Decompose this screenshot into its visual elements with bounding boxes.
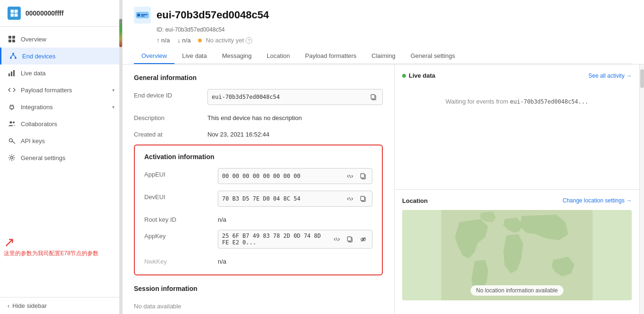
general-info-title: General information bbox=[134, 74, 383, 81]
svg-point-22 bbox=[9, 139, 13, 142]
activation-info-box: Activation information AppEUI 00 00 00 0… bbox=[134, 145, 383, 275]
toggle-visibility-app-key-button[interactable] bbox=[358, 234, 368, 244]
sidebar-item-overview[interactable]: Overview bbox=[0, 31, 122, 48]
gear-icon bbox=[8, 153, 16, 162]
code-icon bbox=[8, 86, 16, 94]
toggle-hex-app-key-button[interactable] bbox=[331, 234, 342, 244]
sidebar-header: 00000000ffff bbox=[0, 0, 122, 27]
copy-app-eui-button[interactable] bbox=[358, 171, 368, 181]
copy-end-device-id-button[interactable] bbox=[368, 92, 379, 102]
app-key-text: 25 6F B7 49 83 78 2D 0D 74 8D FE E2 0... bbox=[222, 233, 329, 246]
sidebar-item-collaborators[interactable]: Collaborators bbox=[0, 115, 122, 132]
toggle-hex-app-eui-button[interactable] bbox=[345, 171, 355, 181]
hide-sidebar-button[interactable]: ‹ Hide sidebar bbox=[0, 297, 122, 314]
field-root-key-id: Root key ID n/a bbox=[144, 213, 372, 223]
session-info-title: Session information bbox=[134, 285, 383, 292]
svg-rect-2 bbox=[11, 14, 14, 17]
device-title-row: eui-70b3d57ed0048c54 bbox=[134, 7, 633, 24]
live-data-panel: Live data See all activity → Waiting for… bbox=[395, 64, 639, 190]
sidebar-item-label: Live data bbox=[21, 70, 115, 77]
sidebar-item-label: Payload formatters bbox=[21, 87, 107, 94]
help-icon[interactable]: ? bbox=[246, 37, 252, 44]
sidebar-item-live-data[interactable]: Live data bbox=[0, 64, 122, 81]
svg-rect-0 bbox=[11, 10, 14, 13]
sidebar-item-end-devices[interactable]: End devices bbox=[0, 48, 122, 64]
live-dot-icon bbox=[402, 74, 406, 78]
tab-location[interactable]: Location bbox=[259, 48, 297, 64]
tab-claiming[interactable]: Claiming bbox=[364, 48, 403, 64]
location-title: Location bbox=[402, 197, 428, 204]
sidebar-item-general-settings[interactable]: General settings bbox=[0, 149, 122, 166]
see-all-activity-link[interactable]: See all activity → bbox=[588, 72, 632, 79]
sidebar-item-label: End devices bbox=[22, 53, 115, 60]
field-dev-eui: DevEUI 70 B3 D5 7E D0 04 8C 54 bbox=[144, 191, 372, 207]
left-panel: General information End device ID eui-70… bbox=[123, 64, 394, 314]
device-name: eui-70b3d57ed0048c54 bbox=[157, 9, 269, 21]
people-icon bbox=[8, 120, 16, 128]
field-value-description: This end device has no description bbox=[207, 112, 383, 121]
tab-overview[interactable]: Overview bbox=[134, 48, 174, 64]
field-app-key: AppKey 25 6F B7 49 83 78 2D 0D 74 8D FE … bbox=[144, 230, 372, 249]
sidebar-item-api-keys[interactable]: API keys bbox=[0, 132, 122, 149]
location-panel: Location Change location settings → bbox=[395, 190, 639, 314]
tab-payload-formatters[interactable]: Payload formatters bbox=[297, 48, 364, 64]
device-header: eui-70b3d57ed0048c54 ID: eui-70b3d57ed00… bbox=[123, 0, 644, 64]
content-area: General information End device ID eui-70… bbox=[123, 64, 644, 314]
device-id: ID: eui-70b3d57ed0048c54 bbox=[157, 26, 633, 33]
svg-rect-6 bbox=[8, 40, 11, 42]
annotation-arrow-icon: ↗ bbox=[4, 236, 99, 249]
sidebar-item-integrations[interactable]: Integrations ▾ bbox=[0, 98, 122, 115]
svg-rect-39 bbox=[347, 237, 351, 241]
main-content: eui-70b3d57ed0048c54 ID: eui-70b3d57ed00… bbox=[123, 0, 644, 314]
field-description: Description This end device has no descr… bbox=[134, 112, 383, 121]
svg-point-24 bbox=[11, 157, 13, 159]
sidebar-item-label: API keys bbox=[21, 137, 115, 145]
svg-rect-28 bbox=[141, 16, 145, 16]
sidebar-item-payload-formatters[interactable]: Payload formatters ▾ bbox=[0, 81, 122, 98]
copy-dev-eui-button[interactable] bbox=[358, 193, 368, 204]
app-eui-text: 00 00 00 00 00 00 00 00 bbox=[222, 173, 342, 179]
field-value-app-eui: 00 00 00 00 00 00 00 00 bbox=[218, 168, 372, 184]
nodes-icon bbox=[9, 52, 17, 60]
nwk-key-text: n/a bbox=[218, 255, 372, 265]
end-device-id-text: eui-70b3d57ed0048c54 bbox=[212, 94, 365, 100]
field-nwk-key: NwkKey n/a bbox=[144, 255, 372, 265]
grid-icon bbox=[8, 35, 16, 43]
field-label-app-eui: AppEUI bbox=[144, 168, 210, 178]
svg-rect-33 bbox=[361, 174, 364, 178]
key-icon bbox=[8, 137, 16, 145]
field-value-root-key-id: n/a bbox=[218, 213, 372, 223]
field-label-end-device-id: End device ID bbox=[134, 89, 200, 99]
sidebar-item-label: Overview bbox=[21, 36, 115, 43]
change-location-settings-link[interactable]: Change location settings → bbox=[562, 197, 632, 204]
svg-line-11 bbox=[11, 55, 13, 57]
activation-info-title: Activation information bbox=[144, 153, 372, 161]
sidebar-scrollbar-thumb bbox=[119, 19, 122, 47]
svg-point-8 bbox=[12, 53, 14, 55]
waiting-device-ref: eui-70b3d57ed0048c54... bbox=[510, 98, 588, 105]
svg-rect-14 bbox=[11, 72, 12, 76]
main-scrollbar-thumb bbox=[640, 69, 644, 88]
root-key-id-text: n/a bbox=[218, 213, 372, 223]
svg-rect-13 bbox=[8, 73, 10, 76]
toggle-hex-dev-eui-button[interactable] bbox=[345, 193, 355, 204]
tab-messaging[interactable]: Messaging bbox=[215, 48, 259, 64]
device-icon bbox=[134, 7, 151, 24]
tab-general-settings[interactable]: General settings bbox=[403, 48, 463, 64]
tab-live-data[interactable]: Live data bbox=[174, 48, 215, 64]
field-value-end-device-id: eui-70b3d57ed0048c54 bbox=[207, 89, 383, 105]
no-location-badge: No location information available bbox=[471, 285, 563, 296]
waiting-events-text: Waiting for events from eui-70b3d57ed004… bbox=[402, 98, 632, 105]
svg-line-12 bbox=[13, 55, 16, 57]
copy-app-key-button[interactable] bbox=[345, 234, 355, 244]
field-label-description: Description bbox=[134, 112, 200, 121]
svg-rect-36 bbox=[361, 196, 364, 201]
field-app-eui: AppEUI 00 00 00 00 00 00 00 00 bbox=[144, 168, 372, 184]
svg-rect-3 bbox=[15, 14, 18, 17]
svg-rect-16 bbox=[10, 106, 14, 109]
plug-icon bbox=[8, 103, 16, 111]
live-data-header: Live data See all activity → bbox=[402, 72, 632, 79]
chart-icon bbox=[8, 69, 16, 77]
field-label-root-key-id: Root key ID bbox=[144, 213, 210, 223]
field-label-dev-eui: DevEUI bbox=[144, 191, 210, 201]
